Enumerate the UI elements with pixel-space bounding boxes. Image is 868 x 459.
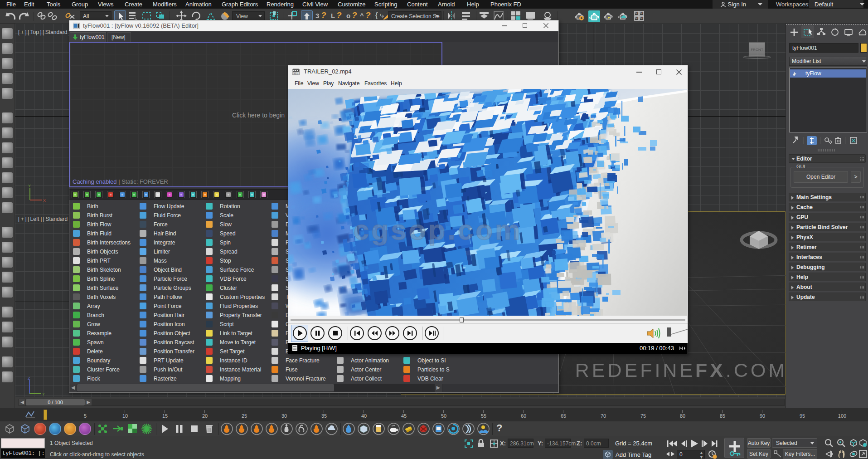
svg-text:321: 321 bbox=[293, 72, 298, 75]
svg-text:M: M bbox=[635, 12, 638, 15]
svg-text:cgsop.com: cgsop.com bbox=[354, 214, 522, 245]
svg-text:M: M bbox=[635, 17, 638, 20]
svg-text:Y: Y bbox=[42, 392, 44, 396]
svg-text:M: M bbox=[640, 12, 643, 15]
svg-text:Z: Z bbox=[28, 376, 30, 381]
svg-text:REDEFINEFX.COM: REDEFINEFX.COM bbox=[575, 359, 786, 381]
svg-text:Y: Y bbox=[28, 184, 31, 188]
svg-text:M: M bbox=[640, 17, 643, 20]
svg-text:X: X bbox=[43, 198, 46, 203]
